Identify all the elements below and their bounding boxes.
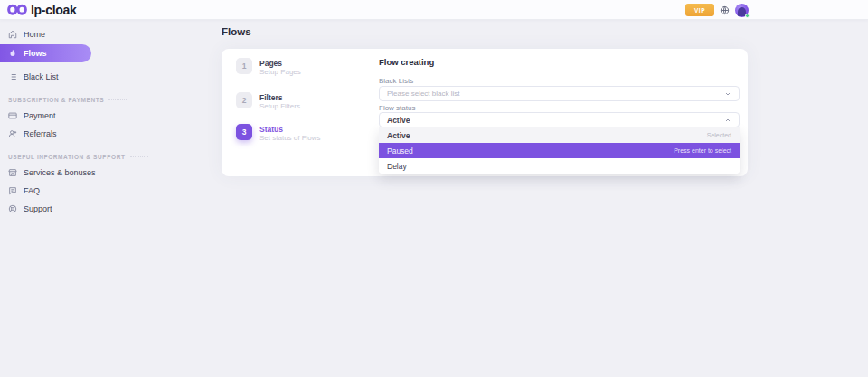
section-divider-dash: [130, 156, 148, 157]
step-title: Pages: [259, 59, 301, 68]
flow-creating-card: 1 Pages Setup Pages 2 Filters Setup Filt…: [222, 49, 748, 176]
mask-logo-icon: [7, 4, 27, 16]
step-number-badge: 1: [236, 58, 252, 74]
sidebar-item-services-bonuses[interactable]: Services & bonuses: [0, 164, 203, 182]
step-title: Filters: [259, 93, 300, 102]
sidebar-section-subscription: SUBSCRIPTION & PAYMENTS: [8, 97, 203, 103]
storefront-icon: [8, 168, 17, 177]
step-number-badge: 3: [236, 124, 252, 140]
step-subtitle: Set status of Flows: [259, 134, 321, 142]
black-lists-select[interactable]: [379, 86, 740, 101]
black-lists-input[interactable]: [387, 90, 724, 98]
sidebar-item-label: Referrals: [24, 129, 57, 138]
sidebar-item-faq[interactable]: FAQ: [0, 182, 203, 200]
sidebar-item-label: Support: [24, 204, 52, 213]
sidebar-item-label: Black List: [24, 72, 59, 81]
sidebar-section-label: SUBSCRIPTION & PAYMENTS: [8, 97, 104, 103]
flow-status-value: Active: [387, 116, 410, 125]
flow-creating-form: Flow creating Black Lists Flow status Ac…: [379, 49, 740, 176]
sidebar-section-support: USEFUL INFORMATION & SUPPORT: [8, 154, 203, 160]
flow-status-select[interactable]: Active: [379, 112, 740, 127]
sidebar-item-referrals[interactable]: Referrals: [0, 125, 203, 143]
option-paused[interactable]: Paused Press enter to select: [379, 143, 740, 158]
sidebar-item-payment[interactable]: Payment: [0, 107, 203, 125]
brand-logo[interactable]: lp-cloak: [7, 0, 77, 20]
section-divider-dash: [108, 99, 127, 100]
step-number-badge: 2: [236, 92, 252, 108]
user-avatar[interactable]: [735, 4, 749, 17]
step-title: Status: [259, 125, 321, 134]
stepper: 1 Pages Setup Pages 2 Filters Setup Filt…: [222, 49, 363, 176]
sidebar-item-support[interactable]: Support: [0, 200, 203, 218]
option-hint: Press enter to select: [674, 147, 731, 154]
option-hint: Selected: [707, 132, 731, 138]
form-title: Flow creating: [379, 57, 434, 67]
brand-name: lp-cloak: [31, 3, 77, 17]
step-status-active[interactable]: 3 Status Set status of Flows: [236, 124, 321, 142]
language-globe-icon[interactable]: [720, 5, 730, 15]
sidebar-section-label: USEFUL INFORMATION & SUPPORT: [8, 154, 126, 160]
sidebar-item-label: FAQ: [24, 186, 40, 195]
sidebar: Home Flows Black List SUBSCRIPTION & PAY…: [0, 20, 203, 218]
black-lists-label: Black Lists: [379, 77, 413, 85]
sidebar-item-label: Home: [24, 30, 45, 39]
flow-status-label: Flow status: [379, 104, 415, 112]
chevron-up-icon: [724, 117, 731, 124]
flows-icon: [8, 49, 17, 58]
referrals-icon: [8, 129, 17, 138]
page-title: Flows: [222, 26, 251, 37]
online-status-dot: [745, 14, 750, 18]
home-icon: [8, 30, 17, 39]
option-label: Active: [387, 131, 410, 140]
step-subtitle: Setup Pages: [259, 68, 301, 76]
step-filters[interactable]: 2 Filters Setup Filters: [236, 92, 300, 110]
chevron-down-icon: [724, 90, 731, 98]
step-subtitle: Setup Filters: [259, 102, 300, 110]
sidebar-item-label: Payment: [24, 111, 56, 120]
option-active[interactable]: Active Selected: [379, 127, 740, 143]
lifebuoy-icon: [8, 204, 17, 213]
black-list-icon: [8, 72, 17, 81]
sidebar-item-label: Services & bonuses: [24, 168, 96, 177]
topbar-actions: VIP: [685, 0, 749, 20]
option-label: Paused: [387, 146, 413, 156]
sidebar-item-label: Flows: [24, 49, 47, 58]
chat-bubble-icon: [8, 186, 17, 195]
step-pages[interactable]: 1 Pages Setup Pages: [236, 58, 301, 76]
flow-status-dropdown: Active Selected Paused Press enter to se…: [379, 127, 740, 174]
sidebar-item-black-list[interactable]: Black List: [0, 68, 203, 86]
topbar: lp-cloak VIP: [0, 0, 868, 20]
sidebar-item-flows[interactable]: Flows: [0, 44, 91, 62]
vip-button[interactable]: VIP: [685, 4, 714, 16]
option-delay[interactable]: Delay: [379, 158, 740, 174]
payment-icon: [8, 111, 17, 120]
option-label: Delay: [387, 162, 407, 171]
sidebar-item-home[interactable]: Home: [0, 25, 203, 43]
